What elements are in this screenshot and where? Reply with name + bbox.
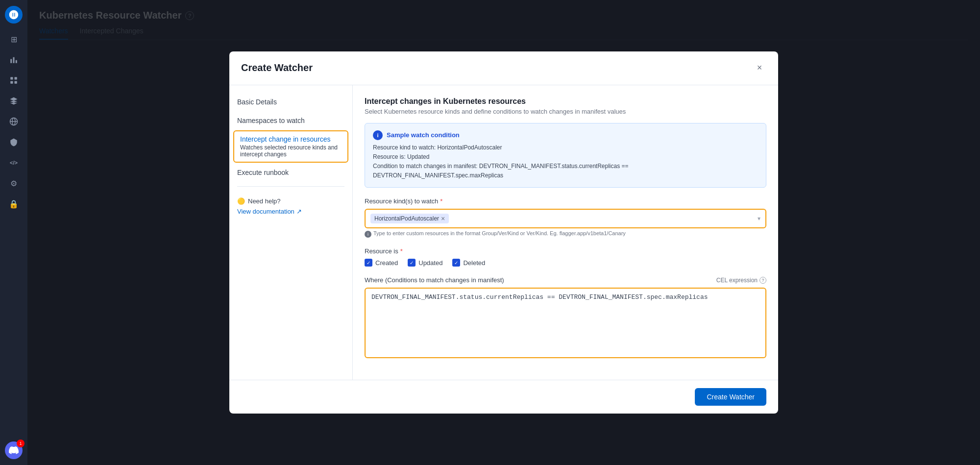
- info-circle-icon: i: [373, 130, 383, 140]
- modal-header: Create Watcher ×: [229, 51, 778, 85]
- condition-area: DEVTRON_FINAL_MANIFEST.status.currentRep…: [365, 288, 766, 358]
- svg-rect-1: [10, 59, 12, 63]
- svg-rect-7: [15, 81, 17, 84]
- nav-help: 🟡 Need help? View documentation ↗: [229, 192, 352, 221]
- content-subtitle: Select Kubernetes resource kinds and def…: [365, 108, 766, 115]
- required-marker: *: [440, 197, 442, 205]
- resource-kinds-section: Resource kind(s) to watch * HorizontalPo…: [365, 197, 766, 238]
- modal-content: Intercept changes in Kubernetes resource…: [353, 85, 778, 380]
- apps-icon[interactable]: [5, 72, 23, 89]
- svg-rect-2: [13, 57, 15, 63]
- close-button[interactable]: ×: [753, 61, 766, 75]
- create-watcher-button[interactable]: Create Watcher: [695, 388, 766, 406]
- condition-label: Where (Conditions to match changes in ma…: [365, 276, 504, 284]
- dropdown-arrow-icon: ▾: [758, 215, 760, 222]
- content-title: Intercept changes in Kubernetes resource…: [365, 97, 766, 106]
- hint-icon: i: [365, 231, 371, 238]
- nav-item-basic-details[interactable]: Basic Details: [229, 93, 352, 111]
- main-area: Kubernetes Resource Watcher ? Watchers I…: [27, 0, 980, 465]
- svg-rect-3: [16, 60, 17, 63]
- resource-tag: HorizontalPodAutoscaler ×: [370, 214, 449, 223]
- settings-icon[interactable]: ⚙: [5, 174, 23, 192]
- resource-kinds-label: Resource kind(s) to watch *: [365, 197, 766, 205]
- resource-is-required: *: [400, 247, 403, 255]
- svg-rect-6: [10, 81, 13, 84]
- resource-kinds-input[interactable]: HorizontalPodAutoscaler × ▾: [365, 209, 766, 228]
- resource-is-checkboxes: ✓ Created ✓ Updated ✓ Deleted: [365, 259, 766, 267]
- security-icon[interactable]: [5, 133, 23, 151]
- info-box-text: Resource kind to watch: HorizontalPodAut…: [373, 143, 758, 181]
- discord-notification-badge: 1: [17, 440, 24, 447]
- cel-expression-label: CEL expression ?: [716, 277, 766, 284]
- checkbox-created[interactable]: ✓ Created: [365, 259, 398, 267]
- chart-icon[interactable]: [5, 51, 23, 69]
- checkbox-deleted-box: ✓: [452, 259, 460, 267]
- sidebar: ⊞ </> ⚙ 🔒 1: [0, 0, 27, 465]
- checkbox-updated[interactable]: ✓ Updated: [408, 259, 442, 267]
- create-watcher-modal: Create Watcher × Basic Details Namespace…: [229, 51, 778, 414]
- condition-empty-area[interactable]: [366, 308, 765, 357]
- lock-icon[interactable]: 🔒: [5, 195, 23, 213]
- svg-rect-5: [15, 77, 17, 79]
- modal-title: Create Watcher: [241, 62, 313, 73]
- earth-icon[interactable]: [5, 113, 23, 130]
- nav-divider: [237, 186, 344, 187]
- resource-hint: i Type to enter custom resources in the …: [365, 230, 766, 238]
- info-box: i Sample watch condition Resource kind t…: [365, 123, 766, 188]
- condition-header: Where (Conditions to match changes in ma…: [365, 276, 766, 284]
- condition-input[interactable]: DEVTRON_FINAL_MANIFEST.status.currentRep…: [366, 289, 765, 308]
- view-documentation-link[interactable]: View documentation ↗: [237, 208, 344, 215]
- sidebar-logo[interactable]: [5, 6, 23, 24]
- nav-item-namespaces[interactable]: Namespaces to watch: [229, 112, 352, 129]
- sidebar-bottom: 1: [5, 441, 23, 459]
- discord-badge[interactable]: 1: [5, 441, 23, 459]
- plugin-icon[interactable]: [5, 92, 23, 110]
- checkbox-updated-box: ✓: [408, 259, 416, 267]
- modal-footer: Create Watcher: [229, 380, 778, 414]
- checkbox-deleted[interactable]: ✓ Deleted: [452, 259, 485, 267]
- resource-is-label: Resource is *: [365, 247, 766, 255]
- tag-remove-button[interactable]: ×: [441, 215, 445, 222]
- checkbox-created-box: ✓: [365, 259, 372, 267]
- info-box-title: i Sample watch condition: [373, 130, 758, 140]
- nav-item-intercept[interactable]: Intercept change in resources Watches se…: [233, 130, 348, 163]
- resource-is-section: Resource is * ✓ Created ✓ Updated: [365, 247, 766, 267]
- condition-section: Where (Conditions to match changes in ma…: [365, 276, 766, 358]
- external-link-icon: ↗: [296, 208, 302, 215]
- code-icon[interactable]: </>: [5, 154, 23, 171]
- nav-item-execute[interactable]: Execute runbook: [229, 164, 352, 181]
- grid-icon[interactable]: ⊞: [5, 30, 23, 48]
- svg-rect-4: [10, 77, 13, 79]
- modal-body: Basic Details Namespaces to watch Interc…: [229, 85, 778, 380]
- cel-info-icon: ?: [760, 277, 766, 284]
- modal-overlay: Create Watcher × Basic Details Namespace…: [27, 0, 980, 465]
- help-title: 🟡 Need help?: [237, 197, 344, 205]
- modal-nav: Basic Details Namespaces to watch Interc…: [229, 85, 353, 380]
